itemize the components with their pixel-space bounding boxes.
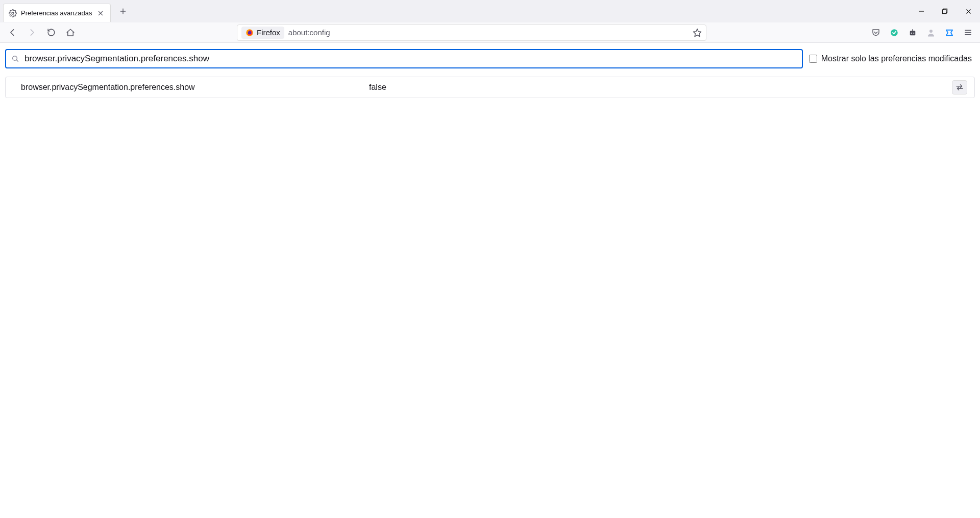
new-tab-button[interactable] (115, 3, 131, 19)
window-maximize-button[interactable] (933, 0, 957, 22)
pref-name: browser.privacySegmentation.preferences.… (21, 83, 363, 92)
identity-label: Firefox (257, 28, 280, 37)
browser-tab[interactable]: Preferencias avanzadas (3, 4, 111, 22)
show-only-modified-toggle[interactable]: Mostrar solo las preferencias modificada… (809, 54, 975, 63)
back-button[interactable] (4, 25, 20, 41)
toggle-arrows-icon (955, 83, 964, 92)
svg-point-15 (913, 32, 914, 33)
config-search-row: Mostrar solo las preferencias modificada… (5, 49, 975, 68)
pref-toggle-button[interactable] (952, 80, 967, 95)
account-button[interactable] (923, 25, 939, 41)
urlbar[interactable]: Firefox about:config (237, 25, 706, 41)
forward-button[interactable] (23, 25, 40, 41)
tab-title: Preferencias avanzadas (21, 9, 92, 17)
svg-rect-16 (912, 29, 913, 31)
pref-value: false (369, 83, 946, 92)
window-close-button[interactable] (957, 0, 980, 22)
show-only-modified-checkbox[interactable] (809, 55, 817, 63)
url-text: about:config (288, 28, 330, 37)
config-search-box[interactable] (5, 49, 803, 68)
tab-close-button[interactable] (96, 9, 105, 18)
about-config-content: Mostrar solo las preferencias modificada… (0, 43, 980, 98)
svg-point-17 (929, 30, 933, 33)
svg-point-14 (911, 32, 912, 33)
svg-marker-11 (694, 29, 701, 36)
tab-strip: Preferencias avanzadas (0, 0, 980, 22)
urlbar-container: Firefox about:config (82, 25, 862, 41)
pref-table: browser.privacySegmentation.preferences.… (5, 77, 975, 98)
pref-row[interactable]: browser.privacySegmentation.preferences.… (6, 77, 974, 98)
extension-green-circle-icon[interactable] (886, 25, 902, 41)
identity-box[interactable]: Firefox (241, 27, 284, 39)
extension-robot-icon[interactable] (904, 25, 921, 41)
window-controls (910, 0, 980, 22)
window-minimize-button[interactable] (910, 0, 933, 22)
firefox-logo-icon (246, 29, 254, 37)
svg-rect-6 (943, 10, 947, 14)
toolbar-extension-area (868, 25, 976, 41)
bookmark-star-button[interactable] (693, 28, 702, 37)
app-menu-button[interactable] (960, 25, 976, 41)
nav-toolbar: Firefox about:config (0, 22, 980, 43)
home-button[interactable] (62, 25, 79, 41)
show-only-modified-label: Mostrar solo las preferencias modificada… (821, 54, 972, 63)
svg-point-0 (12, 12, 14, 14)
svg-rect-13 (910, 31, 916, 35)
gear-icon (9, 9, 17, 17)
reload-button[interactable] (43, 25, 59, 41)
search-icon (11, 55, 19, 63)
pocket-button[interactable] (868, 25, 884, 41)
extension-blue-icon[interactable] (941, 25, 958, 41)
svg-line-22 (16, 60, 18, 61)
config-search-input[interactable] (24, 54, 797, 64)
svg-point-10 (248, 31, 252, 34)
